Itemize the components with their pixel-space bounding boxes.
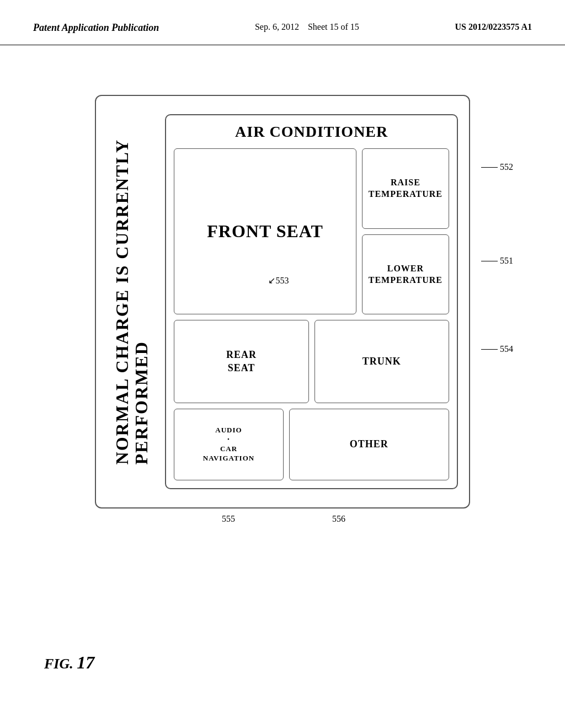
- patent-number: US 2012/0223575 A1: [455, 22, 532, 32]
- front-seat-cell[interactable]: FRONT SEAT: [174, 148, 356, 314]
- outer-label: NORMAL CHARGE IS CURRENTLY PERFORMED: [113, 139, 151, 464]
- ref-555: 555: [222, 514, 235, 524]
- publication-date: Sep. 6, 2012: [255, 22, 299, 31]
- ref-552: 552: [481, 162, 513, 172]
- rear-seat-cell[interactable]: REAR SEAT: [174, 320, 308, 403]
- lower-temperature-cell[interactable]: LOWER TEMPERATURE: [362, 234, 449, 315]
- main-content: NORMAL CHARGE IS CURRENTLY PERFORMED AIR…: [0, 45, 565, 569]
- ref-556: 556: [332, 514, 345, 524]
- temperature-cells: RAISE TEMPERATURE LOWER TEMPERATURE: [362, 148, 449, 314]
- ref-554: 554: [481, 344, 513, 354]
- figure-label: FIG. 17: [44, 652, 94, 673]
- inner-title: AIR CONDITIONER: [174, 123, 449, 141]
- header-center: Sep. 6, 2012 Sheet 15 of 15: [255, 22, 359, 32]
- raise-temperature-cell[interactable]: RAISE TEMPERATURE: [362, 148, 449, 229]
- page-header: Patent Application Publication Sep. 6, 2…: [0, 0, 565, 45]
- audio-cell[interactable]: AUDIO ・ CAR NAVIGATION: [174, 409, 283, 480]
- outer-diagram-box: NORMAL CHARGE IS CURRENTLY PERFORMED AIR…: [95, 95, 470, 508]
- ref-551: 551: [481, 256, 513, 266]
- top-section: FRONT SEAT RAISE TEMPERATURE LOWER TEMPE…: [174, 148, 449, 314]
- inner-diagram-box: AIR CONDITIONER FRONT SEAT RAISE TEMPERA…: [165, 114, 458, 489]
- middle-row: REAR SEAT TRUNK: [174, 320, 449, 403]
- trunk-cell[interactable]: TRUNK: [315, 320, 449, 403]
- bottom-row: AUDIO ・ CAR NAVIGATION OTHER: [174, 409, 449, 480]
- publication-title: Patent Application Publication: [33, 22, 159, 34]
- ref-553-label: ↙553: [268, 275, 289, 286]
- other-cell[interactable]: OTHER: [289, 409, 449, 480]
- sheet-info: Sheet 15 of 15: [308, 22, 359, 31]
